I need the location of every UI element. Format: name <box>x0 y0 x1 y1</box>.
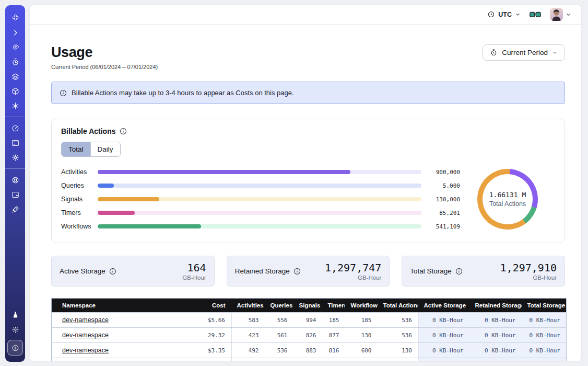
active-storage-cell: 0 KB-Hour <box>418 313 469 328</box>
info-icon[interactable] <box>455 268 463 275</box>
page-body: Usage Current Period (06/01/2024 – 07/01… <box>30 25 581 362</box>
bar-fill <box>98 211 135 215</box>
donut-chart: 1.66131 M Total Actions <box>460 169 555 230</box>
bar-track <box>98 184 421 188</box>
user-avatar <box>550 8 563 21</box>
total-storage-cell: 0 KB-Hour <box>522 343 567 358</box>
bar-row: Timers 85,201 <box>61 206 460 220</box>
table-row: dev-namespace $5.66 583 556 994 185 185 … <box>52 313 567 328</box>
lifebuoy-icon[interactable] <box>5 173 25 187</box>
namespace-usage-table: Namespace Cost Activities Queries Signal… <box>51 298 567 362</box>
bar-fill <box>98 184 114 188</box>
total-storage-card: Total Storage 1,297,910 GB-Hour <box>402 256 565 287</box>
column-header: Active Storage <box>418 299 469 313</box>
column-header: Activities <box>231 299 265 313</box>
tab-daily[interactable]: Daily <box>90 142 120 156</box>
browser-window-icon[interactable] <box>5 135 25 150</box>
app-root: $ UTC Usage Curr <box>0 0 588 366</box>
active-storage-cell: 0 KB-Hour <box>418 328 469 343</box>
activities-cell: 583 <box>231 313 265 328</box>
billable-view-tabs: Total Daily <box>61 142 121 157</box>
workflows-cell: 130 <box>345 328 378 343</box>
timezone-selector[interactable]: UTC <box>487 10 521 18</box>
total-actions-cell: 130 <box>378 343 418 358</box>
bar-track <box>98 170 421 174</box>
namespace-link[interactable]: dev-namespace <box>62 347 109 354</box>
user-menu[interactable] <box>550 8 571 21</box>
billable-actions-title: Billable Actions <box>61 127 555 135</box>
bar-row: Signals 130,000 <box>61 192 460 206</box>
storage-card-unit: GB-Hour <box>182 274 206 281</box>
storage-card-value: 1,297,910 <box>500 261 557 274</box>
info-icon[interactable] <box>120 128 127 135</box>
stopwatch-icon <box>490 49 498 56</box>
column-header: Workflows <box>345 299 378 313</box>
gauge-icon[interactable] <box>5 121 25 135</box>
table-row: dev-namespace $3.35 492 536 883 816 600 … <box>52 343 567 358</box>
sparkle-icon[interactable] <box>5 322 25 337</box>
cost-cell: $3.35 <box>177 343 231 358</box>
svg-text:$: $ <box>14 346 16 350</box>
window-plus-icon[interactable] <box>5 187 25 202</box>
bar-label: Workflows <box>61 223 98 230</box>
tab-total[interactable]: Total <box>62 142 90 156</box>
gear-icon[interactable] <box>5 150 25 165</box>
namespace-link[interactable]: dev-namespace <box>62 316 109 324</box>
retained-storage-cell: 0 KB-Hour <box>469 313 522 328</box>
column-header: Total Actions <box>378 299 418 313</box>
donut-center: 1.66131 M Total Actions <box>477 169 538 230</box>
layers-icon[interactable] <box>5 69 25 84</box>
bar-value: 900,000 <box>421 169 460 176</box>
storage-card-unit: GB-Hour <box>325 274 381 281</box>
timers-cell: 816 <box>322 343 345 358</box>
asterisk-icon[interactable] <box>5 98 25 113</box>
bar-value: 5,000 <box>421 182 460 189</box>
queries-cell: 556 <box>265 313 293 328</box>
retained-storage-cell: 0 KB-Hour <box>469 343 522 358</box>
timers-cell: 185 <box>322 313 345 328</box>
signals-cell: 883 <box>293 343 322 358</box>
namespace-link[interactable]: dev-namespace <box>62 331 109 339</box>
chevron-right-icon[interactable] <box>5 25 25 40</box>
bar-value: 85,201 <box>421 210 460 216</box>
timezone-label: UTC <box>498 11 512 18</box>
active-storage-card: Active Storage 164 GB-Hour <box>51 256 215 287</box>
queries-cell: 561 <box>265 328 293 343</box>
total-actions-cell: 536 <box>378 328 418 343</box>
period-selector-label: Current Period <box>502 49 548 56</box>
topbar: UTC <box>30 5 581 25</box>
stopwatch-icon[interactable] <box>5 54 25 69</box>
sidebar-divider <box>5 168 25 169</box>
bar-track <box>98 197 421 201</box>
sidebar: $ <box>5 5 25 362</box>
storage-card-label: Active Storage <box>60 267 116 275</box>
rocket-icon[interactable] <box>5 202 25 216</box>
spiral-icon[interactable] <box>5 40 25 54</box>
column-header: Timers <box>322 299 345 313</box>
page-title: Usage <box>51 44 158 61</box>
temporal-logo[interactable] <box>5 10 25 25</box>
bar-track <box>98 224 421 228</box>
queries-cell: 536 <box>265 343 293 358</box>
signals-cell: 994 <box>293 313 322 328</box>
clock-icon <box>487 10 495 18</box>
info-icon[interactable] <box>109 268 116 275</box>
bar-label: Timers <box>61 209 98 216</box>
activities-cell: 492 <box>231 343 265 358</box>
goggles-icon[interactable] <box>530 12 541 18</box>
cube-icon[interactable] <box>5 84 25 98</box>
info-banner: Billable Actions may take up to 3-4 hour… <box>51 82 565 104</box>
signals-cell: 826 <box>293 328 322 343</box>
column-header: Total Storage <box>522 299 567 313</box>
flask-icon[interactable] <box>5 307 25 322</box>
storage-card-label: Retained Storage <box>235 267 301 275</box>
info-icon <box>60 89 67 97</box>
total-actions-cell: 536 <box>378 313 418 328</box>
dollar-coin-icon[interactable]: $ <box>7 340 23 356</box>
info-banner-text: Billable Actions may take up to 3-4 hour… <box>72 89 294 97</box>
column-header: Retained Storage <box>469 299 522 313</box>
page-subtitle: Current Period (06/01/2024 – 07/01/2024) <box>51 64 158 70</box>
info-icon[interactable] <box>293 268 301 275</box>
period-selector-button[interactable]: Current Period <box>483 44 565 61</box>
billable-actions-card: Billable Actions Total Daily Activities … <box>51 119 565 243</box>
